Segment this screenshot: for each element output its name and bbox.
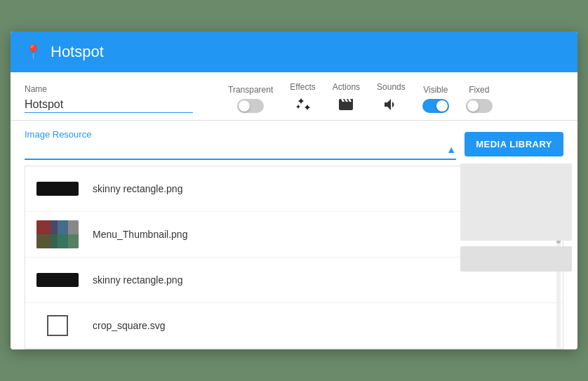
svg-rect-3 [36,234,79,248]
controls-row: Name Transparent Effects Actions [11,72,577,121]
sounds-icon[interactable] [382,96,399,113]
file-name-4: crop_square.svg [93,320,166,331]
transparent-toggle[interactable] [237,99,264,113]
effects-icon[interactable] [295,96,312,113]
hotspot-panel: 📍 Hotspot Name Transparent Effects [11,32,577,349]
file-thumbnail-3 [36,266,79,294]
actions-icon[interactable] [338,96,354,113]
effects-label: Effects [290,82,315,92]
fixed-toggle[interactable] [466,99,493,113]
crop-square-4 [47,315,68,336]
fixed-toggle-item: Fixed [466,85,493,113]
panel-header: 📍 Hotspot [11,32,577,72]
file-name-2: Menu_Thumbnail.png [93,229,187,240]
file-name-3: skinny rectangle.png [93,274,182,286]
file-item-4[interactable]: crop_square.svg [25,303,563,349]
right-placeholder-1 [460,163,572,241]
visible-label: Visible [423,85,448,95]
location-icon: 📍 [25,44,42,60]
transparent-label: Transparent [228,85,273,95]
visible-toggle[interactable] [422,99,449,113]
panel-title: Hotspot [51,43,104,61]
file-thumbnail-1 [36,175,79,203]
black-rect-1 [36,182,79,196]
resource-row: Image Resource ▲ MEDIA LIBRARY [11,121,577,160]
menu-thumb-2 [36,220,79,248]
name-field: Name [25,84,207,113]
toggle-group: Transparent Effects Actions [228,82,493,113]
visible-knob [436,100,448,112]
media-library-button[interactable]: MEDIA LIBRARY [465,132,563,156]
sounds-item: Sounds [377,82,406,113]
sounds-label: Sounds [377,82,406,92]
right-placeholder-2 [460,246,572,272]
dropdown-field: ▲ [25,140,456,160]
transparent-toggle-item: Transparent [228,85,273,113]
fixed-label: Fixed [469,85,489,95]
actions-label: Actions [333,82,360,92]
file-thumbnail-4 [36,312,79,340]
black-rect-3 [36,273,79,287]
right-panel [455,158,577,277]
effects-item: Effects [290,82,315,113]
actions-item: Actions [333,82,360,113]
resource-field: Image Resource ▲ [25,128,456,160]
fixed-knob [467,100,479,112]
transparent-knob [239,100,250,112]
name-label: Name [25,84,207,94]
name-input[interactable] [25,97,193,113]
visible-toggle-item: Visible [422,85,449,113]
dropdown-arrow-icon[interactable]: ▲ [446,144,456,155]
file-name-1: skinny rectangle.png [93,183,182,194]
image-resource-link[interactable]: Image Resource [25,129,91,140]
file-thumbnail-2 [36,220,79,248]
